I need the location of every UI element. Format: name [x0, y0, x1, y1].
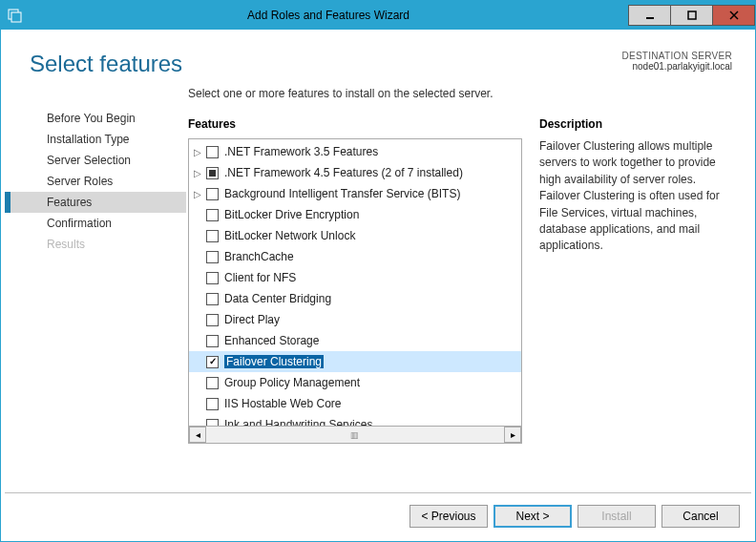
main-columns: Features ▷.NET Framework 3.5 Features▷.N… — [188, 117, 732, 492]
feature-label: Group Policy Management — [224, 376, 360, 389]
app-icon — [1, 8, 28, 23]
feature-row[interactable]: Ink and Handwriting Services — [189, 414, 521, 426]
wizard-window: Add Roles and Features Wizard Select fea… — [0, 0, 756, 542]
feature-row[interactable]: Group Policy Management — [189, 372, 521, 393]
feature-row[interactable]: Data Center Bridging — [189, 288, 521, 309]
instruction-text: Select one or more features to install o… — [188, 87, 732, 100]
previous-button[interactable]: < Previous — [410, 505, 488, 528]
feature-checkbox[interactable] — [206, 377, 219, 389]
page-title: Select features — [30, 51, 182, 77]
feature-label: BitLocker Network Unlock — [224, 229, 355, 242]
sidebar-item-installation-type[interactable]: Installation Type — [5, 129, 186, 150]
sidebar-item-confirmation[interactable]: Confirmation — [5, 213, 186, 234]
features-heading: Features — [188, 117, 522, 131]
scroll-right-button[interactable]: ▸ — [504, 427, 521, 443]
next-button[interactable]: Next > — [494, 505, 572, 528]
feature-row[interactable]: IIS Hostable Web Core — [189, 393, 521, 414]
feature-row[interactable]: Failover Clustering — [189, 351, 521, 372]
expand-icon[interactable]: ▷ — [189, 168, 206, 178]
description-column: Description Failover Clustering allows m… — [539, 117, 732, 492]
feature-row[interactable]: BitLocker Drive Encryption — [189, 204, 521, 225]
feature-checkbox[interactable] — [206, 272, 219, 284]
close-button[interactable] — [712, 5, 755, 26]
feature-label: Ink and Handwriting Services — [224, 418, 372, 426]
feature-row[interactable]: ▷.NET Framework 4.5 Features (2 of 7 ins… — [189, 162, 521, 183]
feature-label: BitLocker Drive Encryption — [224, 208, 359, 221]
feature-checkbox[interactable] — [206, 188, 219, 200]
feature-row[interactable]: ▷.NET Framework 3.5 Features — [189, 141, 521, 162]
feature-checkbox[interactable] — [206, 335, 219, 347]
feature-checkbox[interactable] — [206, 146, 219, 158]
body: Before You BeginInstallation TypeServer … — [1, 85, 755, 492]
description-heading: Description — [539, 117, 732, 131]
feature-label: Background Intelligent Transfer Service … — [224, 187, 460, 200]
feature-checkbox[interactable] — [206, 230, 219, 242]
features-column: Features ▷.NET Framework 3.5 Features▷.N… — [188, 117, 522, 492]
scroll-thumb[interactable]: ▥ — [206, 430, 504, 440]
header: Select features DESTINATION SERVER node0… — [1, 30, 755, 85]
window-title: Add Roles and Features Wizard — [28, 9, 629, 22]
sidebar-item-results: Results — [5, 234, 186, 255]
horizontal-scrollbar[interactable]: ◂ ▥ ▸ — [189, 426, 521, 443]
svg-rect-3 — [688, 11, 696, 19]
features-listbox[interactable]: ▷.NET Framework 3.5 Features▷.NET Framew… — [188, 138, 522, 444]
description-text: Failover Clustering allows multiple serv… — [539, 138, 732, 255]
feature-label: Direct Play — [224, 313, 280, 326]
install-button[interactable]: Install — [578, 505, 656, 528]
feature-label: Failover Clustering — [224, 355, 324, 368]
feature-row[interactable]: BitLocker Network Unlock — [189, 225, 521, 246]
feature-checkbox[interactable] — [206, 209, 219, 221]
features-list[interactable]: ▷.NET Framework 3.5 Features▷.NET Framew… — [189, 139, 521, 426]
titlebar: Add Roles and Features Wizard — [1, 1, 755, 30]
feature-label: IIS Hostable Web Core — [224, 397, 342, 410]
feature-checkbox[interactable] — [206, 167, 219, 179]
sidebar-item-server-roles[interactable]: Server Roles — [5, 171, 186, 192]
sidebar: Before You BeginInstallation TypeServer … — [5, 87, 186, 492]
footer: < Previous Next > Install Cancel — [1, 493, 755, 541]
feature-checkbox[interactable] — [206, 419, 219, 427]
destination-block: DESTINATION SERVER node01.parlakyigit.lo… — [621, 51, 732, 72]
main-panel: Select one or more features to install o… — [186, 87, 751, 492]
expand-icon[interactable]: ▷ — [189, 189, 206, 199]
feature-row[interactable]: Enhanced Storage — [189, 330, 521, 351]
destination-label: DESTINATION SERVER — [621, 51, 732, 61]
sidebar-item-before-you-begin[interactable]: Before You Begin — [5, 108, 186, 129]
feature-label: Data Center Bridging — [224, 292, 331, 305]
feature-row[interactable]: Client for NFS — [189, 267, 521, 288]
feature-checkbox[interactable] — [206, 251, 219, 263]
feature-checkbox[interactable] — [206, 293, 219, 305]
svg-rect-1 — [11, 12, 21, 22]
feature-label: Client for NFS — [224, 271, 296, 284]
feature-row[interactable]: ▷Background Intelligent Transfer Service… — [189, 183, 521, 204]
cancel-button[interactable]: Cancel — [662, 505, 740, 528]
feature-row[interactable]: Direct Play — [189, 309, 521, 330]
feature-label: BranchCache — [224, 250, 294, 263]
sidebar-item-features[interactable]: Features — [5, 192, 186, 213]
destination-server: node01.parlakyigit.local — [621, 61, 732, 72]
minimize-button[interactable] — [628, 5, 671, 26]
feature-label: .NET Framework 4.5 Features (2 of 7 inst… — [224, 166, 463, 179]
expand-icon[interactable]: ▷ — [189, 147, 206, 157]
feature-row[interactable]: BranchCache — [189, 246, 521, 267]
sidebar-item-server-selection[interactable]: Server Selection — [5, 150, 186, 171]
feature-checkbox[interactable] — [206, 398, 219, 410]
feature-checkbox[interactable] — [206, 356, 219, 368]
feature-checkbox[interactable] — [206, 314, 219, 326]
feature-label: Enhanced Storage — [224, 334, 319, 347]
feature-label: .NET Framework 3.5 Features — [224, 145, 378, 158]
maximize-button[interactable] — [670, 5, 713, 26]
scroll-left-button[interactable]: ◂ — [189, 427, 206, 443]
